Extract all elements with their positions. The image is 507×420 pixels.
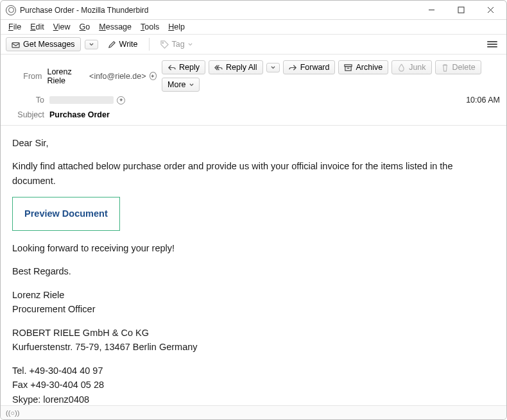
menu-view[interactable]: View [49,21,74,33]
regards-line: Best Regards. [12,264,495,278]
archive-icon [344,63,352,72]
contact-badge-icon[interactable]: ✦ [150,72,157,80]
sig-address: Kurfuerstenstr. 75-79, 13467 Berlin Germ… [12,340,495,354]
main-toolbar: Get Messages Write Tag [1,34,506,55]
status-bar: ((○)) [1,405,506,419]
menu-file[interactable]: File [4,21,25,33]
subject-value: Purchase Order [49,110,110,119]
forward-button[interactable]: Forward [283,60,336,74]
minimize-button[interactable] [417,1,446,20]
menu-edit[interactable]: Edit [26,21,48,33]
svg-rect-1 [458,7,464,13]
get-messages-button[interactable]: Get Messages [6,37,81,51]
more-button[interactable]: More [162,78,199,92]
closing-line: Looking forward to receiving your reply! [12,241,495,255]
tag-button[interactable]: Tag [155,37,198,51]
forward-icon [289,63,297,72]
svg-rect-4 [12,42,19,47]
archive-button[interactable]: Archive [338,60,388,74]
write-label: Write [119,40,138,49]
preview-document-button[interactable]: Preview Document [12,197,120,230]
contact-badge-icon[interactable]: ✦ [117,96,125,105]
chevron-down-icon [271,65,275,70]
from-address: <info@riele.de> [89,72,146,81]
menu-bar: File Edit View Go Message Tools Help [1,20,506,34]
sig-title: Procurement Officer [12,302,495,316]
sig-tel: Tel. +49-30-404 40 97 [12,364,495,378]
reply-all-button[interactable]: Reply All [209,60,263,74]
app-icon [6,5,16,15]
reply-all-icon [214,63,223,72]
get-messages-label: Get Messages [23,40,75,49]
chevron-down-icon [188,42,193,47]
app-menu-button[interactable] [483,37,501,51]
to-label: To [7,96,44,105]
menu-go[interactable]: Go [76,21,94,33]
message-body: Dear Sir, Kindly find attached below pur… [1,126,506,420]
subject-label: Subject [7,110,44,119]
get-messages-dropdown[interactable] [85,40,98,49]
delete-button[interactable]: Delete [435,60,481,74]
window-title: Purchase Order - Mozilla Thunderbird [20,6,149,15]
signature-company-block: ROBERT RIELE GmbH & Co KG Kurfuerstenstr… [12,326,495,355]
pencil-icon [108,40,116,49]
maximize-button[interactable] [446,1,476,20]
chevron-down-icon [89,42,94,47]
menu-message[interactable]: Message [95,21,135,33]
message-time: 10:06 AM [466,96,500,105]
tag-label: Tag [172,40,185,49]
sig-skype: Skype: lorenz0408 [12,392,495,407]
write-button[interactable]: Write [102,37,144,51]
menu-tools[interactable]: Tools [137,21,163,33]
tag-icon [160,40,169,49]
svg-point-5 [162,42,163,43]
title-bar: Purchase Order - Mozilla Thunderbird [1,1,506,20]
junk-button[interactable]: Junk [391,60,431,74]
from-name: Lorenz Riele [47,67,86,85]
menu-help[interactable]: Help [164,21,189,33]
sig-name: Lorenz Riele [12,288,495,302]
flame-icon [397,63,406,72]
close-button[interactable] [476,1,505,20]
to-redacted [49,96,114,104]
message-header: From Lorenz Riele <info@riele.de> ✦ Repl… [1,55,506,126]
chevron-down-icon [189,83,194,87]
reply-icon [168,63,176,72]
sig-company: ROBERT RIELE GmbH & Co KG [12,326,495,340]
sig-fax: Fax +49-30-404 05 28 [12,378,495,392]
to-value: ✦ [49,96,125,105]
trash-icon [441,63,449,72]
from-value: Lorenz Riele <info@riele.de> ✦ [47,67,157,85]
reply-button[interactable]: Reply [162,60,205,74]
connection-indicator-icon: ((○)) [6,409,19,417]
greeting: Dear Sir, [12,136,495,150]
from-label: From [7,72,42,81]
intro-text: Kindly find attached below purchase orde… [12,159,495,188]
signature-name-block: Lorenz Riele Procurement Officer [12,288,495,317]
reply-all-dropdown[interactable] [266,63,280,72]
download-icon [12,40,20,49]
